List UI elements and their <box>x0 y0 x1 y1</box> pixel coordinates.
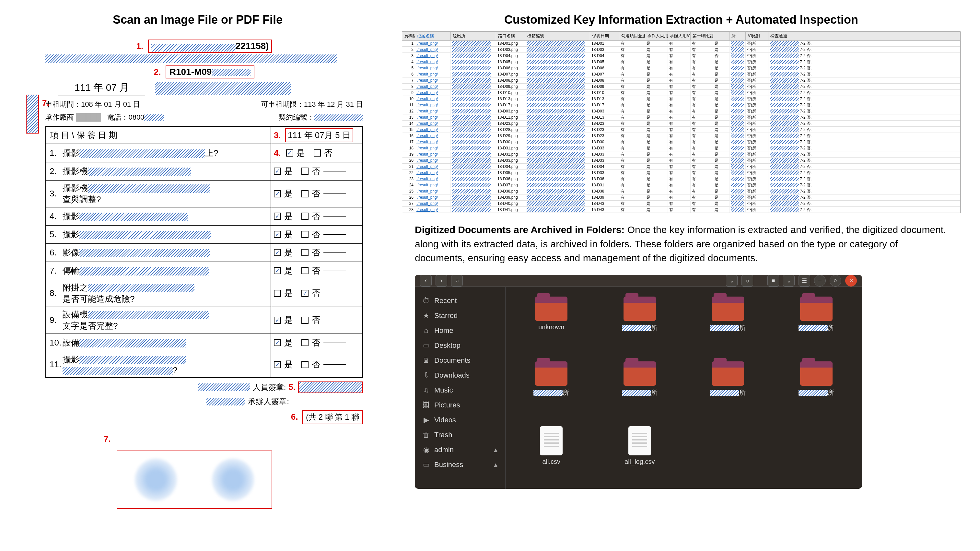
ss-header-cell: 勾選項目並正確 <box>619 32 645 40</box>
scanned-form: 7. 1. 221158) 2. R101-M09 111 年 07 月 申租期… <box>19 36 376 512</box>
folder-icon <box>624 296 656 321</box>
checkbox-yes[interactable] <box>274 267 281 274</box>
sidebar-item-admin[interactable]: ◉admin▴ <box>415 443 505 457</box>
checkbox-yes[interactable] <box>274 190 281 197</box>
checkbox-yes[interactable] <box>286 150 293 156</box>
stamp-1 <box>135 459 177 501</box>
stamp-box <box>117 451 272 509</box>
folder-item[interactable]: 所 <box>600 361 679 420</box>
marker-7b: 7. <box>104 434 111 444</box>
desc-bold: Digitized Documents are Archived in Fold… <box>415 224 625 235</box>
checkbox-no[interactable] <box>301 213 309 220</box>
ss-row: 4 ./result_png/ 18-D05.png 18-D05 有 是 有 … <box>402 59 960 65</box>
fm-content: unknown所所所所所所所all.csvall_log.csv <box>506 287 862 489</box>
checkbox-yes[interactable] <box>274 339 281 346</box>
right-title: Customized Key Information Extraction + … <box>402 13 961 27</box>
table-row: 11.攝影? 是 否 <box>46 352 362 377</box>
file-icon <box>540 426 563 455</box>
table-header-date: 111 年 07月 5 日 <box>285 128 353 142</box>
doc-id-box: 221158) <box>148 40 272 53</box>
table-row: 4.攝影 是 否 <box>46 207 362 226</box>
table-header-left: 項 目 \ 保 養 日 期 <box>46 127 271 143</box>
date-year-month: 111 年 07 月 <box>58 81 145 96</box>
fm-sidebar: ⏱Recent★Starred⌂Home▭Desktop🗎Documents⇩D… <box>415 287 506 489</box>
menu-button[interactable]: ☰ <box>799 275 810 287</box>
view-list-button[interactable]: ≡ <box>767 275 779 287</box>
file-icon <box>628 426 651 455</box>
sidebar-item-home[interactable]: ⌂Home <box>415 323 505 338</box>
checkbox-no[interactable] <box>314 150 321 156</box>
folder-item[interactable]: unknown <box>512 296 591 355</box>
ss-row: 27 ./result_png/ 18-D40.png 18-D43 有 是 有… <box>402 201 960 207</box>
nav-forward-button[interactable]: › <box>436 275 447 287</box>
sidebar-item-recent[interactable]: ⏱Recent <box>415 293 505 308</box>
folder-item[interactable]: 所 <box>689 296 767 355</box>
table-row: 5.攝影 是 否 <box>46 226 362 244</box>
sidebar-item-music[interactable]: ♫Music <box>415 383 505 398</box>
ss-row: 13 ./result_png/ 18-D11.png 18-D13 有 是 有… <box>402 115 960 121</box>
file-item[interactable]: all_log.csv <box>600 426 679 484</box>
table-row: 10.設備 是 否 <box>46 334 362 352</box>
search-icon[interactable]: ⌕ <box>451 275 463 287</box>
sidebar-item-starred[interactable]: ★Starred <box>415 308 505 323</box>
maximize-button[interactable]: ○ <box>830 275 841 287</box>
checkbox-no[interactable] <box>301 317 309 324</box>
file-item[interactable]: all.csv <box>512 426 591 484</box>
home-icon: ⌂ <box>423 326 430 335</box>
ss-row: 14 ./result_png/ 18-D23.png 18-D23 有 是 有… <box>402 121 960 127</box>
admin-icon: ◉ <box>423 446 430 454</box>
folder-item[interactable]: 所 <box>777 361 856 420</box>
checkbox-no[interactable] <box>301 167 309 175</box>
close-button[interactable]: ✕ <box>845 275 857 287</box>
sidebar-item-business[interactable]: ▭Business▴ <box>415 457 505 472</box>
sidebar-item-downloads[interactable]: ⇩Downloads <box>415 368 505 383</box>
ss-row: 23 ./result_png/ 18-D36.png 18-D36 有 是 有… <box>402 176 960 182</box>
sidebar-item-documents[interactable]: 🗎Documents <box>415 353 505 368</box>
sidebar-item-desktop[interactable]: ▭Desktop <box>415 338 505 353</box>
ss-row: 6 ./result_png/ 18-D07.png 18-D07 有 是 有 … <box>402 71 960 78</box>
checkbox-yes[interactable] <box>274 213 281 220</box>
nav-back-button[interactable]: ‹ <box>420 275 432 287</box>
folder-icon <box>535 296 568 321</box>
search2-icon[interactable]: ⌕ <box>741 275 753 287</box>
ss-row: 21 ./result_png/ 18-D34.png 18-D34 有 是 有… <box>402 164 960 170</box>
checkbox-no[interactable] <box>301 290 309 297</box>
folder-item[interactable]: 所 <box>689 361 767 420</box>
folder-item[interactable]: 所 <box>777 296 856 355</box>
view-dropdown-button[interactable]: ⌄ <box>783 275 795 287</box>
sidebar-item-pictures[interactable]: 🖼Pictures <box>415 398 505 412</box>
checkbox-yes[interactable] <box>274 290 281 297</box>
table-row: 3.攝影機查與調整? 是 否 <box>46 180 362 207</box>
folder-item[interactable]: 所 <box>512 361 591 420</box>
checkbox-no[interactable] <box>301 231 309 238</box>
checkbox-yes[interactable] <box>274 317 281 324</box>
folder-icon <box>712 361 744 386</box>
dropdown-button[interactable]: ⌄ <box>726 275 738 287</box>
minimize-button[interactable]: – <box>814 275 826 287</box>
recent-icon: ⏱ <box>423 296 430 305</box>
checkbox-no[interactable] <box>301 267 309 274</box>
checkbox-no[interactable] <box>301 339 309 346</box>
checkbox-yes[interactable] <box>274 167 281 175</box>
checkbox-yes[interactable] <box>274 231 281 238</box>
checkbox-no[interactable] <box>301 249 309 256</box>
marker-5: 5. <box>288 382 296 392</box>
checkbox-no[interactable] <box>301 190 309 197</box>
sidebar-item-videos[interactable]: ▶Videos <box>415 412 505 427</box>
trash-icon: 🗑 <box>423 431 430 439</box>
music-icon: ♫ <box>423 386 430 395</box>
ss-row: 5 ./result_png/ 18-D06.png 18-D06 有 是 有 … <box>402 65 960 71</box>
ss-header-cell: 所 <box>730 32 746 40</box>
ss-header-cell: 機箱編號 <box>525 32 590 40</box>
checkbox-no[interactable] <box>301 361 309 368</box>
ss-row: 12 ./result_png/ 18-D03.png 18-D03 有 是 有… <box>402 108 960 115</box>
checkbox-yes[interactable] <box>274 361 281 368</box>
checkbox-yes[interactable] <box>274 249 281 256</box>
folder-item[interactable]: 所 <box>600 296 679 355</box>
sidebar-item-trash[interactable]: 🗑Trash <box>415 427 505 443</box>
meta-contract: 契約編號： <box>279 113 314 121</box>
pictures-icon: 🖼 <box>423 401 430 409</box>
marker-7: 7. <box>42 98 49 108</box>
folder-icon <box>624 361 656 386</box>
ss-row: 10 ./result_png/ 18-D13.png 18-D13 有 是 有… <box>402 96 960 102</box>
